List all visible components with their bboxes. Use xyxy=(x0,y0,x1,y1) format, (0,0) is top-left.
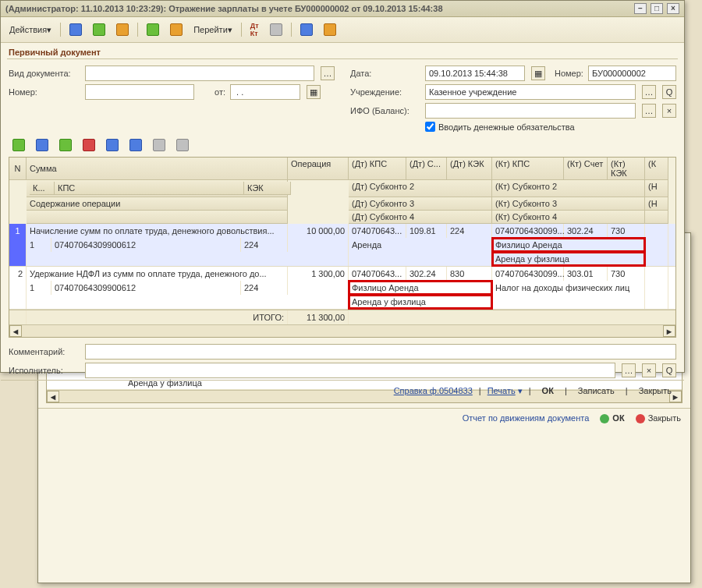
tb-help-icon[interactable] xyxy=(296,21,317,38)
movements-report-link[interactable]: Отчет по движениям документа xyxy=(463,413,590,423)
docnum-field[interactable]: БУ000000002 xyxy=(588,66,676,81)
table-row[interactable]: 2 Удержание НДФЛ из сумм по оплате труда… xyxy=(9,267,675,310)
tb-info-icon[interactable] xyxy=(320,21,340,38)
org-open-button[interactable]: Q xyxy=(662,85,676,99)
ifo-select-button[interactable]: … xyxy=(642,104,656,118)
executor-select-button[interactable]: … xyxy=(622,363,636,377)
operations-grid: N Операция Сумма (Дт) КПС (Дт) С... (Дт)… xyxy=(9,157,676,338)
date-small-field[interactable]: . . xyxy=(230,84,300,100)
copy-row-icon[interactable] xyxy=(32,136,52,154)
add-row-icon[interactable] xyxy=(9,136,29,154)
table-row[interactable]: 1 Начисление сумм по оплате труда, денеж… xyxy=(9,224,675,267)
comment-field[interactable] xyxy=(85,344,676,360)
window-title: (Администратор: 11.10.2013 10:23:29): От… xyxy=(5,4,443,13)
executor-field[interactable] xyxy=(85,363,615,378)
col-dt-kps[interactable]: (Дт) КПС xyxy=(349,158,406,180)
save-button[interactable]: Записать xyxy=(573,384,619,397)
tb-post-icon[interactable] xyxy=(143,21,163,38)
tb-copy-icon[interactable] xyxy=(112,21,133,38)
tb-dtkt-icon[interactable]: ДтКт xyxy=(246,19,263,40)
sort-desc-icon[interactable] xyxy=(172,136,193,154)
close-button[interactable]: Закрыть xyxy=(634,384,676,397)
footer-bar: Справка ф.0504833 | Печать ▾ | ОК | Запи… xyxy=(1,380,684,401)
close-window-button[interactable]: × xyxy=(667,3,679,14)
doc-type-label: Вид документа: xyxy=(9,69,80,78)
ok-button[interactable]: ОК xyxy=(600,413,624,423)
number-field[interactable] xyxy=(85,84,194,100)
col-dt-kek[interactable]: (Дт) КЭК xyxy=(447,158,492,180)
col-kt-kek[interactable]: (Кт) КЭК xyxy=(608,158,645,180)
tb-inbox-icon[interactable] xyxy=(66,21,86,38)
titlebar[interactable]: (Администратор: 11.10.2013 10:23:29): От… xyxy=(1,1,684,17)
close-button[interactable]: Закрыть xyxy=(636,413,681,423)
comment-label: Комментарий: xyxy=(9,347,80,356)
doc-type-select-button[interactable]: … xyxy=(321,66,335,80)
tb-refresh-icon[interactable] xyxy=(89,21,109,38)
org-field[interactable]: Казенное учреждение xyxy=(425,84,636,100)
col-kt-kps[interactable]: (Кт) КПС xyxy=(492,158,564,180)
spravka-link[interactable]: Справка ф.0504833 xyxy=(394,386,473,395)
ifo-clear-button[interactable]: × xyxy=(662,104,676,118)
enter-liabilities-checkbox[interactable]: Вводить денежные обязательства xyxy=(425,122,575,132)
total-row: ИТОГО: 11 300,00 xyxy=(9,310,675,324)
document-window: (Администратор: 11.10.2013 10:23:29): От… xyxy=(0,0,685,373)
date-field[interactable]: 09.10.2013 15:44:38 xyxy=(425,66,525,81)
executor-clear-button[interactable]: × xyxy=(642,363,656,377)
ifo-field[interactable] xyxy=(425,103,636,119)
edit-row-icon[interactable] xyxy=(55,136,76,154)
executor-open-button[interactable]: Q xyxy=(662,363,676,377)
org-label: Учреждение: xyxy=(350,87,420,97)
scroll-left[interactable]: ◄ xyxy=(9,325,22,337)
print-menu[interactable]: Печать ▾ xyxy=(488,386,523,396)
minimize-button[interactable]: – xyxy=(634,3,647,14)
scroll-right[interactable]: ► xyxy=(663,325,675,337)
maximize-button[interactable]: □ xyxy=(651,3,663,14)
section-title: Первичный документ xyxy=(1,43,684,58)
tb-links-icon[interactable] xyxy=(266,21,286,38)
date-label: Дата: xyxy=(350,69,420,78)
tb-unpost-icon[interactable] xyxy=(166,21,186,38)
grid-toolbar xyxy=(1,133,684,157)
calendar-icon[interactable]: ▦ xyxy=(531,66,545,80)
calendar-icon[interactable]: ▦ xyxy=(307,85,321,99)
ifo-label: ИФО (Баланс): xyxy=(350,106,420,115)
col-n[interactable]: N xyxy=(9,158,27,180)
col-operation[interactable]: Операция xyxy=(288,158,349,180)
col-sum[interactable]: Сумма xyxy=(27,158,288,180)
move-down-icon[interactable] xyxy=(126,136,146,154)
number-label: Номер: xyxy=(9,87,80,97)
doc-type-field[interactable] xyxy=(85,66,314,81)
col-kt-acct[interactable]: (Кт) Счет xyxy=(564,158,608,180)
sort-asc-icon[interactable] xyxy=(149,136,169,154)
goto-menu[interactable]: Перейти ▾ xyxy=(190,23,236,37)
org-select-button[interactable]: … xyxy=(642,85,656,99)
delete-row-icon[interactable] xyxy=(79,136,99,154)
executor-label: Исполнитель: xyxy=(9,366,80,375)
main-toolbar: Действия ▾ Перейти ▾ ДтКт xyxy=(1,17,684,43)
move-up-icon[interactable] xyxy=(102,136,122,154)
ok-button[interactable]: ОК xyxy=(537,384,558,397)
col-dt-acct[interactable]: (Дт) С... xyxy=(406,158,447,180)
actions-menu[interactable]: Действия ▾ xyxy=(5,23,55,37)
